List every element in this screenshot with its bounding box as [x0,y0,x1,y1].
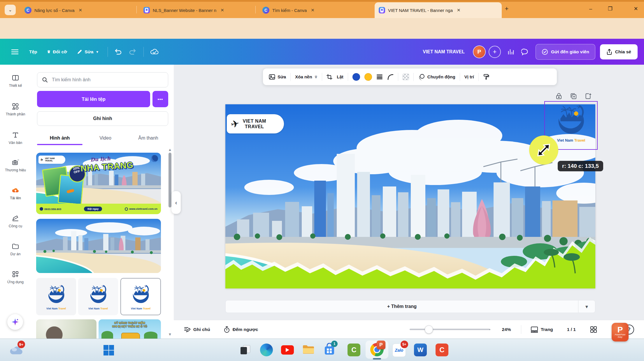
hamburger-menu-icon[interactable] [11,49,19,55]
sidebar-item-elements[interactable]: Thành phần [0,101,31,127]
animate-button[interactable]: Chuyển động [418,73,455,80]
ai-assistant-button[interactable] [7,314,23,330]
upload-thumbnail-bird[interactable] [36,319,96,339]
sidebar-item-brand[interactable]: Thương hiệu [0,157,31,183]
search-input[interactable] [51,77,163,83]
copy-style-button[interactable] [483,74,489,80]
window-close-button[interactable]: ✕ [629,3,642,15]
scrollbar-thumb[interactable] [169,153,171,207]
zalo-icon[interactable]: Zalo 5+ [392,344,406,357]
transparency-button[interactable] [403,74,409,80]
corner-rounding-button[interactable] [387,74,394,80]
panel-collapse-button[interactable]: ‹ [171,191,181,214]
file-explorer-icon[interactable] [302,344,315,355]
upload-thumbnail-cartoon[interactable]: KỸ NĂNG THOÁT HIỂMKHI BỊ KẸT TRÊN XE Ô T… [99,319,161,339]
panel-search[interactable] [37,72,168,87]
sidebar-item-text[interactable]: Văn bản [0,129,31,156]
countdown-button[interactable]: Đếm ngược [224,326,258,333]
upload-thumbnail-logo-2[interactable]: Viet Nam Travel [78,278,118,315]
store-badge: 1 [331,341,338,347]
design-page[interactable] [225,104,595,288]
flip-button[interactable]: Lật [337,74,343,79]
add-page-icon[interactable] [585,93,592,100]
upload-thumbnail-banner[interactable]: ✈ VIET NAMTRAVEL 20%OFF Du lịch NHA TRAN… [36,153,161,214]
sidebar-item-apps[interactable]: Ứng dụng [0,269,31,295]
chrome-icon-active[interactable]: P [366,341,388,359]
insights-icon[interactable] [507,48,514,55]
new-tab-button[interactable]: + [502,4,511,13]
camtasia-icon[interactable]: C [348,344,360,356]
grid-view-button[interactable] [590,326,597,333]
tab-close-icon[interactable]: ✕ [311,8,315,13]
tab-search-button[interactable]: ⌄ [5,5,16,15]
add-member-button[interactable]: + [489,46,501,58]
color-swatch-blue[interactable] [352,73,360,81]
tab-video[interactable]: Video [83,133,128,144]
chevron-down-icon: ▼ [96,50,99,54]
notes-button[interactable]: Ghi chú [184,326,210,333]
menu-file[interactable]: Tệp [29,49,37,54]
redo-icon[interactable] [129,48,136,55]
pencil-icon [77,49,82,54]
menu-edit[interactable]: Sửa ▼ [77,49,99,54]
lock-icon[interactable] [556,93,562,100]
edit-image-button[interactable]: Sửa [269,74,286,80]
upload-thumbnail-photo[interactable] [36,219,161,273]
youtube-icon[interactable] [281,345,294,355]
edge-icon[interactable] [260,344,273,356]
user-avatar[interactable]: P [473,46,485,58]
upload-thumbnail-logo-1[interactable]: Viet Nam Travel [36,278,76,315]
tab-images[interactable]: Hình ảnh [37,133,83,144]
color-swatch-yellow[interactable] [364,73,372,81]
send-to-teacher-button[interactable]: Gửi đến giáo viên [536,44,595,60]
tab-audio[interactable]: Âm thanh [128,133,168,144]
resize-cursor[interactable] [529,135,558,165]
undo-icon[interactable] [114,48,122,55]
line-style-button[interactable] [376,74,383,80]
tab-close-icon[interactable]: ✕ [79,8,83,13]
weather-widget[interactable]: 9+ [9,342,24,358]
zoom-slider[interactable] [410,329,490,330]
position-button[interactable]: Vị trí [464,74,474,79]
remove-background-button[interactable]: Xóa nền ♛ [295,74,317,79]
browser-tab-1[interactable]: C Năng lực số - Canva ✕ [20,2,142,18]
crop-button[interactable] [327,74,332,80]
zoom-slider-knob[interactable] [425,325,433,334]
size-tooltip: r: 140 c: 133,5 [558,161,603,171]
menu-resize[interactable]: ♛ Đổi cỡ [47,49,67,54]
window-restore-button[interactable]: ❐ [604,3,617,15]
folder-icon [302,344,315,355]
sidebar-item-projects[interactable]: Dự án [0,241,31,267]
browser-tab-3[interactable]: C Tìm kiếm - Canva ✕ [258,2,378,18]
start-button[interactable] [103,344,115,356]
tab-close-icon[interactable]: ✕ [457,8,461,13]
upload-more-button[interactable]: ••• [152,91,168,107]
scrollbar-up-arrow[interactable]: ▲ [168,147,172,152]
sidebar-item-tools[interactable]: Công cụ [0,213,31,239]
tab-close-icon[interactable]: ✕ [220,8,224,13]
camtasia-recorder-icon[interactable]: C [436,344,448,356]
comment-icon[interactable] [521,48,529,55]
share-button[interactable]: Chia sẻ [600,44,638,59]
browser-tab-active[interactable]: VIET NAM TRAVEL - Banner nga ✕ [375,2,502,18]
task-view-button[interactable] [239,344,251,356]
design-title[interactable]: VIET NAM TRAVEL [423,49,465,54]
upload-file-button[interactable]: Tải lên tệp [37,91,150,107]
scrollbar-down-arrow[interactable]: ▼ [168,332,172,336]
selection-actions [556,93,592,100]
sidebar-item-uploads[interactable]: Tải lên [0,185,31,211]
zoom-level[interactable]: 24% [502,327,511,332]
sidebar-item-design[interactable]: Thiết kế [0,72,31,98]
record-button[interactable]: Ghi hình [37,111,168,126]
add-page-chevron[interactable]: ▼ [578,300,595,313]
ms-store-icon[interactable]: 1 [324,343,335,356]
upload-thumbnail-logo-3-selected[interactable]: Viet Nam Travel [120,278,161,315]
word-icon[interactable]: W [414,344,427,356]
canvas-brand-badge[interactable]: ✈ VIET NAMTRAVEL [227,114,284,133]
browser-tab-2[interactable]: NLS_Banner Website - Banner n ✕ [139,2,261,18]
resize-arrow-icon [534,141,553,159]
window-minimize-button[interactable]: – [584,3,597,15]
duplicate-icon[interactable] [570,93,577,100]
page-view-button[interactable]: Trang [531,326,553,333]
add-page-button[interactable]: + Thêm trang ▼ [225,300,595,313]
